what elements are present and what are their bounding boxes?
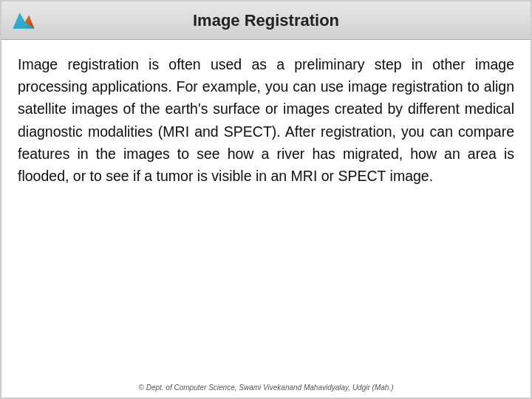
body-paragraph: Image registration is often used as a pr… (18, 53, 514, 187)
header: Image Registration (1, 1, 531, 40)
matlab-logo-icon (10, 7, 37, 34)
slide-container: Image Registration Image registration is… (0, 0, 532, 399)
main-content: Image registration is often used as a pr… (1, 40, 531, 379)
slide-title: Image Registration (193, 11, 339, 30)
footer-text: © Dept. of Computer Science, Swami Vivek… (139, 383, 394, 392)
footer: © Dept. of Computer Science, Swami Vivek… (1, 379, 531, 398)
